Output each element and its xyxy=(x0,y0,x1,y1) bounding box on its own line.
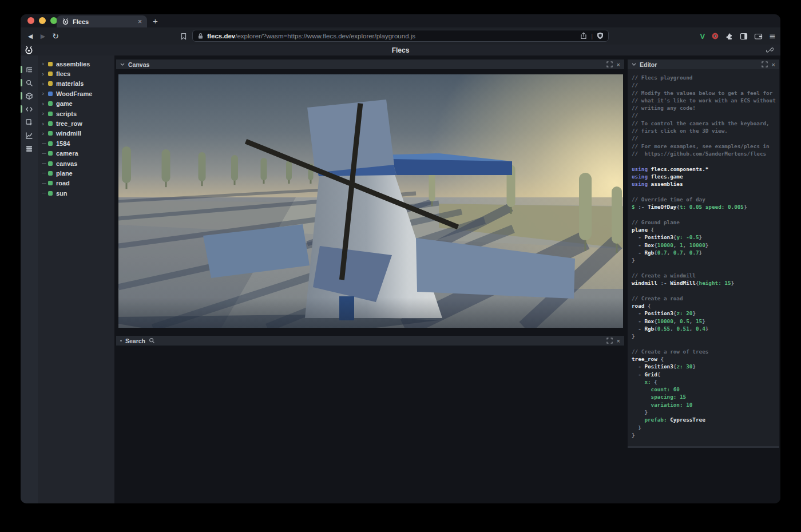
code-line: - Grid{ xyxy=(632,371,779,378)
tree-item-game[interactable]: ›game xyxy=(38,99,114,109)
browser-tab[interactable]: Flecs × xyxy=(57,15,147,27)
tree-item-tree_row[interactable]: ›tree_row xyxy=(38,118,114,128)
fullscreen-icon[interactable] xyxy=(606,338,613,344)
expand-chevron-icon[interactable]: › xyxy=(42,130,48,137)
collapsed-dot-icon[interactable] xyxy=(120,340,122,342)
tree-item-WoodFrame[interactable]: ›WoodFrame xyxy=(38,89,114,98)
browser-navbar: ◀ ▶ ↻ flecs.dev/explorer/?wasm=https://w… xyxy=(21,27,780,45)
entity-kind-swatch xyxy=(48,121,53,126)
entity-kind-swatch xyxy=(48,171,53,176)
canvas-panel-title: Canvas xyxy=(128,61,149,68)
tree-item-canvas[interactable]: canvas xyxy=(38,158,114,168)
search-close-icon[interactable]: × xyxy=(617,338,620,344)
lock-icon xyxy=(197,33,204,39)
editor-close-icon[interactable]: × xyxy=(772,61,775,68)
sidebar-tool-data-tables-icon[interactable] xyxy=(21,142,38,155)
sidebar-tool-entity-tree-icon[interactable] xyxy=(21,63,38,76)
bookmark-sidebar-icon[interactable] xyxy=(179,27,189,45)
windmill-cap-side xyxy=(392,159,512,175)
code-line: // xyxy=(632,134,779,142)
extensions-puzzle-icon[interactable] xyxy=(725,32,733,40)
code-line: count: 60 xyxy=(632,386,779,393)
share-icon[interactable] xyxy=(580,32,587,39)
vue-devtools-icon[interactable]: V xyxy=(700,32,705,41)
expand-chevron-icon[interactable]: › xyxy=(42,70,48,78)
tree-item-road[interactable]: road xyxy=(38,178,114,188)
extension-badge-icon[interactable] xyxy=(711,32,719,40)
entity-kind-swatch xyxy=(48,81,53,86)
back-button[interactable]: ◀ xyxy=(25,27,35,45)
window-controls xyxy=(27,17,57,24)
new-tab-button[interactable]: + xyxy=(153,15,158,27)
code-line: using assemblies xyxy=(632,180,779,188)
sidebar-tool-scene-3d-icon[interactable] xyxy=(21,89,38,102)
canvas-close-icon[interactable]: × xyxy=(617,61,620,68)
expand-chevron-icon[interactable]: › xyxy=(42,60,48,68)
tab-close-icon[interactable]: × xyxy=(138,18,142,25)
reload-button[interactable]: ↻ xyxy=(50,27,61,45)
sidebar-toggle-icon[interactable] xyxy=(740,33,748,40)
code-content: // Flecs playground//// Modify the value… xyxy=(628,69,779,439)
code-line: // Flecs playground xyxy=(632,74,779,81)
code-line xyxy=(632,287,779,294)
tree-item-label: WoodFrame xyxy=(56,90,92,97)
tree-item-plane[interactable]: plane xyxy=(38,168,114,178)
sidebar-tool-code-editor-icon[interactable] xyxy=(21,102,38,116)
tree-item-label: flecs xyxy=(56,70,70,77)
entity-kind-swatch xyxy=(48,191,53,196)
entity-kind-swatch xyxy=(48,62,53,66)
tree-item-label: game xyxy=(56,100,73,107)
minimize-window-button[interactable] xyxy=(39,17,46,24)
sidebar-tool-search-icon[interactable] xyxy=(21,76,38,89)
code-line: } xyxy=(632,256,779,264)
canvas-3d-view[interactable] xyxy=(118,74,623,328)
tree-item-1584[interactable]: 1584 xyxy=(38,138,114,148)
tree-item-flecs[interactable]: ›flecs xyxy=(38,69,114,78)
code-line: } xyxy=(632,332,779,340)
forward-button[interactable]: ▶ xyxy=(38,27,48,45)
fullscreen-icon[interactable] xyxy=(762,61,768,68)
code-line: } xyxy=(632,408,779,416)
code-line: // Ground plane xyxy=(632,219,779,226)
fullscreen-icon[interactable] xyxy=(606,61,613,68)
browser-window: Flecs × + ◀ ▶ ↻ flecs.dev/explorer/?wasm… xyxy=(21,14,780,503)
collapse-chevron-icon[interactable] xyxy=(632,63,636,66)
tree-item-sun[interactable]: sun xyxy=(38,188,114,198)
code-line: - Rgb{0.55, 0.51, 0.4} xyxy=(632,325,779,332)
url-bar[interactable]: flecs.dev/explorer/?wasm=https://www.fle… xyxy=(192,30,609,42)
expand-chevron-icon[interactable]: › xyxy=(42,110,48,117)
entity-kind-swatch xyxy=(48,181,53,185)
code-line: // Create a road xyxy=(632,295,779,302)
active-indicator xyxy=(21,66,22,73)
sidebar-tool-inspector-icon[interactable] xyxy=(21,116,38,129)
leaf-dash-icon xyxy=(42,193,48,193)
tree-item-scripts[interactable]: ›scripts xyxy=(38,109,114,118)
close-window-button[interactable] xyxy=(27,17,34,24)
code-line: } xyxy=(632,424,779,431)
expand-chevron-icon[interactable]: › xyxy=(42,80,48,88)
collapse-chevron-icon[interactable] xyxy=(120,63,125,66)
code-line: // first click on the 3D view. xyxy=(632,127,779,134)
tree-item-label: materials xyxy=(56,80,84,87)
code-line: - Box{10000, 1, 10000} xyxy=(632,241,779,249)
shield-icon[interactable] xyxy=(597,32,604,39)
expand-chevron-icon[interactable]: › xyxy=(42,90,48,97)
leaf-dash-icon xyxy=(42,163,48,164)
menu-hamburger-icon[interactable]: ≡ xyxy=(769,31,776,41)
tree-item-assemblies[interactable]: ›assemblies xyxy=(38,59,114,69)
wallet-icon[interactable] xyxy=(754,33,763,40)
code-line xyxy=(632,211,779,218)
share-link-icon[interactable] xyxy=(766,46,774,54)
tree-item-windmill[interactable]: ›windmill xyxy=(38,129,114,138)
windmill-sail-upper xyxy=(307,100,394,173)
expand-chevron-icon[interactable]: › xyxy=(42,120,48,128)
sidebar-tool-stats-chart-icon[interactable] xyxy=(21,129,38,142)
code-line: // For more examples, see examples/plecs… xyxy=(632,142,779,150)
code-editor[interactable]: // Flecs playground//// Modify the value… xyxy=(628,69,779,448)
code-line: x: { xyxy=(632,378,779,386)
flecs-page-header: Flecs xyxy=(21,45,780,56)
tree-item-camera[interactable]: camera xyxy=(38,149,114,158)
expand-chevron-icon[interactable]: › xyxy=(42,100,48,108)
entity-kind-swatch xyxy=(48,112,53,116)
tree-item-materials[interactable]: ›materials xyxy=(38,79,114,89)
